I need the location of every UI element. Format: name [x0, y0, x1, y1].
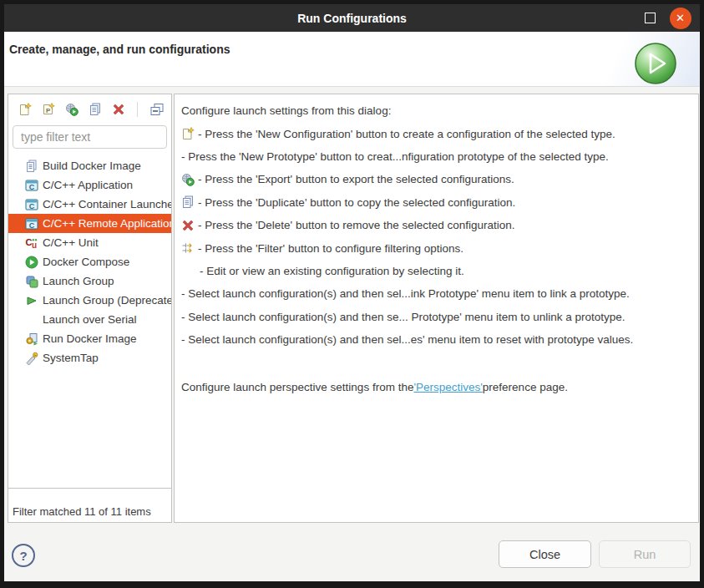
tree-item-label: Run Docker Image	[43, 332, 137, 345]
dialog-header: Create, manage, and run configurations	[4, 32, 700, 87]
blank-icon	[25, 313, 38, 327]
collapse-all-icon[interactable]	[149, 103, 164, 117]
delete-icon	[181, 219, 195, 232]
close-button[interactable]: Close	[499, 540, 591, 568]
help-line: - Edit or view an existing configuration…	[181, 260, 698, 282]
close-x-icon: ✕	[670, 8, 691, 29]
titlebar[interactable]: Run Configurations ✕	[4, 4, 700, 32]
close-window-button[interactable]: ✕	[669, 4, 691, 32]
dialog-content: Create, manage, and run configurations	[4, 32, 700, 581]
square-outline-icon	[645, 13, 656, 23]
new-prototype-icon[interactable]: P	[41, 103, 55, 117]
export-icon	[181, 173, 195, 186]
help-line: Configure launch settings from this dial…	[181, 99, 698, 122]
tree-item[interactable]: Launch Group	[8, 271, 171, 291]
help-line-text: - Press the 'Duplicate' button to copy t…	[198, 196, 515, 209]
filter-icon	[181, 241, 195, 255]
svg-text:C: C	[29, 221, 35, 230]
tree-item-label: Build Docker Image	[43, 160, 141, 172]
delete-icon[interactable]	[111, 103, 125, 117]
filter-input[interactable]	[13, 125, 167, 149]
question-mark-icon: ?	[19, 549, 27, 563]
help-line-text: - Press the 'Filter' button to configure…	[198, 242, 463, 255]
tree-item[interactable]: Docker Compose	[8, 252, 171, 271]
svg-text:u: u	[32, 240, 37, 249]
docker-build-icon	[25, 160, 38, 173]
tree-item[interactable]: Launch Group (Deprecated)	[8, 291, 171, 310]
sidebar-toolbar: P	[8, 94, 171, 120]
help-line-text: - Press the 'New Prototype' button to cr…	[181, 150, 609, 163]
tree-item-label: C/C++ Unit	[43, 236, 99, 249]
help-line: - Press the 'New Prototype' button to cr…	[181, 145, 698, 168]
help-line: - Press the 'Duplicate' button to copy t…	[181, 191, 698, 214]
help-line-text: - Edit or view an existing configuration…	[200, 265, 464, 277]
help-line-text: - Select launch configuration(s) and the…	[181, 333, 633, 346]
tree-item-label: Launch Group (Deprecated)	[43, 294, 171, 307]
window-title: Run Configurations	[297, 12, 407, 25]
tree-item[interactable]: CC/C++ Application	[8, 175, 171, 195]
tree-item[interactable]: CC/C++ Container Launcher	[8, 195, 171, 214]
svg-text:C: C	[29, 202, 35, 210]
tree-item[interactable]: Launch over Serial	[8, 310, 171, 329]
help-line: - Press the 'New Configuration' button t…	[181, 122, 698, 144]
maximize-button[interactable]	[639, 4, 661, 32]
run-docker-icon	[25, 332, 38, 346]
help-line-text: - Select launch configuration(s) and the…	[181, 311, 625, 323]
systemtap-icon	[25, 352, 38, 365]
perspective-help-line: Configure launch perspective settings fr…	[181, 376, 698, 398]
tree-item-label: C/C++ Container Launcher	[43, 198, 171, 210]
run-launch-icon	[634, 42, 677, 85]
perspective-text-after: preference page.	[483, 381, 568, 393]
help-line: - Select launch configuration(s) and the…	[181, 328, 698, 351]
duplicate-icon	[181, 195, 195, 209]
docker-compose-icon	[25, 256, 38, 269]
launch-group-deprecated-icon	[25, 294, 38, 307]
c-unit-icon: Cu	[25, 236, 38, 250]
tree-item[interactable]: CC/C++ Remote Application	[8, 214, 171, 233]
svg-text:C: C	[29, 183, 35, 191]
launch-group-icon	[25, 275, 38, 288]
help-line: - Select launch configuration(s) and the…	[181, 282, 698, 305]
duplicate-icon[interactable]	[88, 103, 102, 117]
perspective-text-before: Configure launch perspective settings fr…	[181, 381, 413, 393]
help-line-text: - Press the 'Export' button to export th…	[198, 173, 514, 185]
configuration-tree[interactable]: Build Docker ImageCC/C++ ApplicationCC/C…	[8, 156, 171, 489]
new-configuration-icon[interactable]	[18, 103, 32, 117]
run-configurations-dialog: Run Configurations ✕ Create, manage, and…	[0, 0, 704, 588]
tree-item-label: Launch over Serial	[43, 313, 137, 326]
svg-text:P: P	[46, 107, 51, 114]
tree-item-label: SystemTap	[43, 352, 99, 364]
configurations-sidebar: P Build Docker ImageCC/C++ ApplicationCC…	[8, 94, 172, 523]
new-configuration-icon	[181, 127, 195, 140]
tree-item-label: Launch Group	[43, 275, 114, 287]
perspectives-link[interactable]: 'Perspectives'	[413, 381, 482, 393]
tree-item[interactable]: Build Docker Image	[8, 156, 171, 175]
c-app-icon: C	[25, 179, 38, 192]
help-line-text: - Press the 'New Configuration' button t…	[198, 128, 615, 140]
help-line: - Press the 'Export' button to export th…	[181, 168, 698, 190]
tree-item-label: C/C++ Application	[43, 179, 133, 191]
help-line: - Press the 'Delete' button to remove th…	[181, 214, 698, 236]
help-line-text: Configure launch settings from this dial…	[181, 104, 391, 117]
help-line: - Press the 'Filter' button to configure…	[181, 236, 698, 259]
help-button[interactable]: ?	[12, 544, 35, 567]
toolbar-separator	[137, 102, 138, 117]
filter-status: Filter matched 11 of 11 items	[13, 505, 170, 518]
tree-item[interactable]: CuC/C++ Unit	[8, 233, 171, 252]
help-panel: Configure launch settings from this dial…	[174, 94, 699, 523]
page-title: Create, manage, and run configurations	[9, 43, 230, 56]
tree-item[interactable]: Run Docker Image	[8, 329, 171, 348]
help-line-text: - Select launch configuration(s) and the…	[181, 287, 630, 300]
tree-item-label: Docker Compose	[43, 256, 129, 268]
help-line: - Select launch configuration(s) and the…	[181, 306, 698, 328]
help-line-text: - Press the 'Delete' button to remove th…	[198, 219, 515, 231]
c-app-icon: C	[25, 217, 38, 231]
tree-item-label: C/C++ Remote Application	[43, 217, 171, 230]
tree-item[interactable]: SystemTap	[8, 348, 171, 368]
run-button[interactable]: Run	[599, 540, 691, 568]
export-icon[interactable]	[64, 103, 79, 117]
c-app-icon: C	[25, 198, 38, 211]
